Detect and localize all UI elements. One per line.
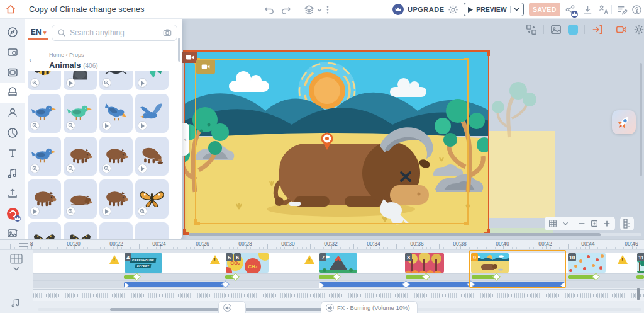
zoom-preview-icon[interactable] [138,207,147,216]
zoom-preview-icon[interactable] [30,164,40,173]
upgrade-button[interactable]: UPGRADE [392,3,445,16]
audio-fx-tab[interactable]: FX - Burning (Volume 10%) [321,301,418,313]
play-preview-icon[interactable] [138,121,147,130]
zoom-preview-icon[interactable] [66,164,75,173]
sidebar-item-upload[interactable] [0,183,25,203]
canvas-vscrollbar-thumb[interactable] [640,63,642,176]
zoom-out-icon[interactable] [577,219,586,228]
prop-tile-leaf[interactable] [135,71,169,90]
breadcrumb-back-icon[interactable]: ‹ [29,55,38,64]
prop-tile-birdfly[interactable] [135,94,169,133]
zoom-preview-icon[interactable] [66,207,75,216]
prop-tile-butterfly[interactable] [135,179,169,219]
warning-icon[interactable] [618,255,628,264]
home-icon[interactable] [5,4,16,15]
saved-button[interactable]: SAVED [529,3,560,16]
scene-block-8[interactable]: 8 [404,253,470,273]
prop-tile-empty[interactable] [135,222,169,239]
canvas-hscrollbar-thumb[interactable] [189,233,601,236]
scene-block-11[interactable]: 11 [636,253,644,273]
timeline-ruler[interactable]: 800:2000:2200:2400:2600:2800:3000:3200:3… [0,240,644,250]
zoom-preview-icon[interactable] [102,78,111,88]
sidebar-item-videos[interactable] [0,62,25,83]
zoom-preview-icon[interactable] [66,121,75,130]
play-preview-icon[interactable] [102,121,111,130]
play-preview-icon[interactable] [138,78,147,88]
zoom-preview-icon[interactable] [30,121,40,130]
chevron-down-icon[interactable] [561,219,570,228]
prop-tile-boar[interactable] [99,179,133,219]
zoom-preview-icon[interactable] [102,164,111,173]
play-preview-icon[interactable] [138,164,147,173]
fit-screen-icon[interactable] [590,219,599,228]
prop-tile-boar[interactable] [99,137,133,176]
search-box[interactable] [52,25,177,41]
voiceover-marker[interactable] [319,282,324,288]
chevron-down-icon[interactable] [316,4,323,15]
scene-canvas[interactable] [184,50,489,234]
sidebar-item-props[interactable] [0,83,25,103]
prop-tile-beetle[interactable] [99,71,133,90]
background-color-swatch[interactable] [568,25,578,35]
scenes-filmstrip-icon[interactable] [10,254,23,264]
translate-icon[interactable] [597,4,608,15]
sidebar-item-music[interactable] [0,163,25,183]
kebab-menu-icon[interactable] [325,4,331,15]
prop-tile-birdpeck[interactable] [99,94,133,133]
redo-icon[interactable] [280,4,291,15]
search-input[interactable] [70,28,159,37]
prop-tile-butterflydark[interactable] [64,222,97,239]
prop-tile-boar[interactable] [64,137,97,176]
voiceover-bar[interactable] [319,282,565,287]
help-icon[interactable] [631,4,642,15]
prop-tile-gorilla[interactable] [64,71,97,90]
camera-icon[interactable] [616,24,627,35]
grid-view-icon[interactable] [548,219,557,228]
warning-icon[interactable] [109,255,119,264]
camera-1-chip[interactable] [182,52,197,63]
voiceover-marker[interactable] [560,282,565,288]
breadcrumb-props[interactable]: Props [69,52,84,58]
prop-tile-boarlie[interactable] [64,179,97,219]
audio-fx-tab[interactable] [218,301,246,313]
scene-settings-gear-icon[interactable] [633,24,644,35]
scene-block-7[interactable]: 7 [319,253,404,273]
rocket-upgrade-button[interactable] [612,110,636,134]
sidebar-item-apps[interactable] [0,203,25,224]
play-preview-icon[interactable] [30,207,40,216]
enter-scene-icon[interactable] [591,24,602,35]
music-track-icon[interactable] [11,298,21,308]
prop-tile-mounds[interactable] [99,222,133,239]
prop-tile-boareat[interactable] [135,137,169,176]
layers-icon[interactable] [304,4,314,15]
play-preview-icon[interactable] [102,207,111,216]
sidebar-item-projects[interactable] [0,42,25,62]
voiceover-bar[interactable] [124,282,226,287]
scene-block-9[interactable]: 9 [470,253,567,273]
prop-tile-bird[interactable] [28,137,61,176]
canvas-hscrollbar[interactable] [189,233,641,236]
sidebar-item-explore[interactable] [0,22,25,42]
sidebar-item-text[interactable] [0,143,25,163]
camera-2-chip[interactable] [196,60,215,74]
sidebar-item-characters[interactable] [0,103,25,123]
language-dropdown[interactable]: EN ▾ [31,28,47,37]
warning-icon[interactable] [210,255,220,264]
swap-scene-icon[interactable] [526,24,537,35]
prop-tile-bee[interactable] [28,71,61,90]
scene-ground-faded[interactable] [489,131,555,218]
warning-icon[interactable] [304,255,314,264]
preview-button[interactable]: PREVIEW [464,3,524,16]
download-icon[interactable] [582,4,593,15]
prop-tile-bird[interactable] [64,94,97,133]
timeline-resize-handle[interactable] [19,243,28,244]
sidebar-item-charts[interactable] [0,123,25,143]
notes-icon[interactable] [617,4,628,15]
prop-tile-butterflydark[interactable] [28,222,61,239]
visual-search-camera-icon[interactable] [163,28,172,37]
breadcrumb-home[interactable]: Home [49,52,64,58]
background-image-icon[interactable] [550,24,562,35]
zoom-preview-icon[interactable] [30,78,40,88]
play-preview-icon[interactable] [66,78,75,88]
zoom-in-icon[interactable] [602,219,611,228]
